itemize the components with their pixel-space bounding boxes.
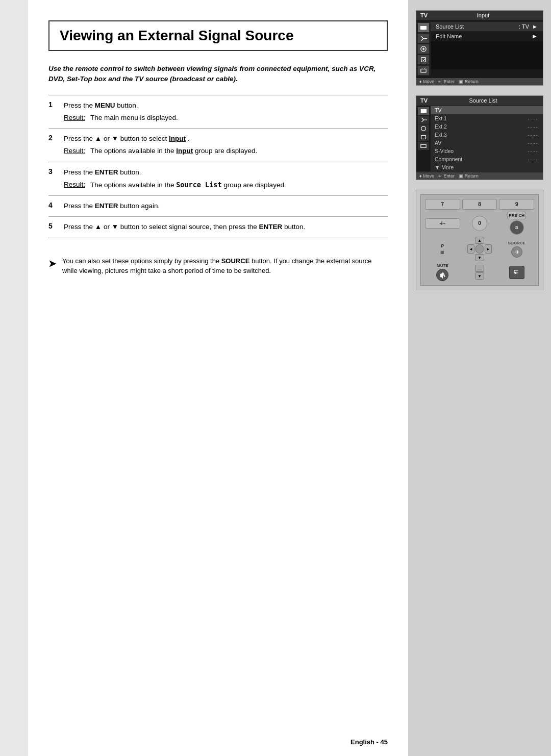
nav-plus-btn[interactable]: ▼	[475, 272, 484, 280]
remote-btn-8[interactable]: 8	[462, 199, 497, 210]
source-tv-item: TV	[431, 106, 543, 114]
step-number: 2	[48, 129, 64, 162]
source-list-screenshot: TV Source List	[416, 95, 543, 180]
note-text: You can also set these options simply by…	[62, 256, 388, 276]
intro-text: Use the remote control to switch between…	[48, 64, 388, 85]
s-icon-1	[418, 107, 429, 115]
menu-icon-2	[418, 34, 429, 43]
result-row: Result: The options available in the Sou…	[64, 180, 388, 190]
input-menu-items: Source List : TV ► Edit Name ►	[431, 22, 543, 76]
remote-btn-prech[interactable]: PRE-CH	[507, 212, 526, 219]
input-menu-title: Input	[477, 12, 489, 18]
step-number: 4	[48, 196, 64, 217]
right-sidebar: TV Input	[408, 0, 551, 756]
nav-enter-btn[interactable]	[475, 244, 484, 254]
remote-btn-s[interactable]: S	[510, 220, 524, 235]
remote-p-icon: ▦	[440, 250, 444, 255]
remote-source-btn[interactable]	[511, 246, 522, 258]
step-instruction: Press the MENU button.	[64, 100, 388, 111]
s-icon-4	[418, 133, 429, 141]
remote-nav-bottom: — ▼	[462, 265, 497, 280]
step-content: Press the ENTER button again.	[64, 196, 388, 217]
page-title: Viewing an External Signal Source	[60, 28, 377, 44]
nav-down-btn[interactable]: ▼	[475, 254, 484, 261]
tv-label: TV	[420, 97, 428, 104]
nav-right-btn[interactable]: ►	[485, 244, 492, 254]
remote-mute-btn[interactable]	[436, 269, 448, 281]
svg-rect-2	[421, 69, 426, 72]
source-ext2-item: Ext.2 ----	[431, 122, 543, 131]
table-row: 5 Press the ▲ or ▼ button to select sign…	[48, 217, 388, 238]
step-instruction: Press the ENTER button.	[64, 167, 388, 178]
remote-btn-7[interactable]: 7	[425, 199, 460, 210]
remote-row-3: P ▦ ▲ ◄ ► ▼ SOURCE	[425, 237, 534, 261]
input-menu-body: Source List : TV ► Edit Name ►	[416, 20, 543, 78]
remote-row-1: 7 8 9	[425, 199, 534, 210]
s-icon-3	[418, 124, 429, 133]
input-menu-footer: ♦ Move ↵ Enter ▣ Return	[416, 78, 543, 85]
nav-minus-btn[interactable]: —	[475, 265, 484, 272]
remote-p-label: P	[441, 243, 444, 248]
source-av-item: AV ----	[431, 139, 543, 147]
remote-btn-9[interactable]: 9	[499, 199, 534, 210]
source-ext3-item: Ext.3 ----	[431, 131, 543, 139]
source-list-footer: ♦ Move ↵ Enter ▣ Return	[416, 172, 543, 180]
result-text: The options available in the Source List…	[90, 180, 286, 190]
remote-btn-0[interactable]: 0	[472, 216, 487, 231]
input-menu-content: Source List : TV ► Edit Name ►	[416, 22, 543, 76]
menu-empty-space	[431, 41, 543, 69]
nav-up-btn[interactable]: ▲	[475, 237, 484, 244]
remote-mute-label: MUTE	[437, 263, 448, 268]
menu-icon-4	[418, 55, 429, 64]
title-box: Viewing an External Signal Source	[48, 20, 388, 51]
source-list-title: Source List	[469, 97, 497, 104]
table-row: 3 Press the ENTER button. Result: The op…	[48, 162, 388, 196]
result-text: The main menu is displayed.	[90, 113, 178, 123]
remote-row-2: -/-- 0 PRE-CH S	[425, 212, 534, 235]
step-number: 5	[48, 217, 64, 238]
remote-prech-group: PRE-CH S	[499, 212, 534, 235]
nav-left-btn[interactable]: ◄	[467, 244, 474, 254]
svg-rect-1	[421, 58, 426, 62]
result-row: Result: The options available in the Inp…	[64, 146, 388, 156]
remote-inner: 7 8 9 -/-- 0 PRE-CH S P ▦	[420, 194, 539, 286]
source-list-item: Source List : TV ►	[431, 22, 543, 31]
menu-icon-1	[418, 23, 429, 32]
s-icon-5	[418, 142, 429, 150]
left-margin	[0, 0, 28, 756]
main-content: Viewing an External Signal Source Use th…	[28, 0, 408, 756]
steps-table: 1 Press the MENU button. Result: The mai…	[48, 95, 388, 238]
remote-mute-group: MUTE	[425, 263, 460, 281]
remote-nav-cross[interactable]: ▲ ◄ ► ▼	[462, 237, 497, 261]
menu-icons	[416, 22, 431, 76]
step-content: Press the ▲ or ▼ button to select signal…	[64, 217, 388, 238]
remote-btn-dash[interactable]: -/--	[425, 218, 460, 229]
table-row: 1 Press the MENU button. Result: The mai…	[48, 95, 388, 129]
remote-row-4: MUTE — ▼	[425, 263, 534, 281]
svg-rect-4	[421, 136, 426, 139]
result-label: Result:	[64, 113, 85, 123]
step-content: Press the MENU button. Result: The main …	[64, 95, 388, 129]
footer: English - 45	[350, 738, 388, 746]
input-menu-header: TV Input	[416, 11, 543, 20]
step-instruction: Press the ▲ or ▼ button to select signal…	[64, 222, 388, 232]
source-icons	[416, 106, 431, 171]
source-list-content: TV Ext.1 ---- Ext.2 ---- Ext.3	[416, 106, 543, 171]
table-row: 2 Press the ▲ or ▼ button to select Inpu…	[48, 129, 388, 162]
remote-control-screenshot: 7 8 9 -/-- 0 PRE-CH S P ▦	[416, 190, 543, 290]
edit-name-item: Edit Name ►	[431, 31, 543, 41]
step-number: 1	[48, 95, 64, 129]
table-row: 4 Press the ENTER button again.	[48, 196, 388, 217]
nav-middle-row: ◄ ►	[467, 244, 492, 254]
source-list-items: TV Ext.1 ---- Ext.2 ---- Ext.3	[431, 106, 543, 171]
result-label: Result:	[64, 146, 85, 156]
result-label: Result:	[64, 180, 85, 190]
result-row: Result: The main menu is displayed.	[64, 113, 388, 123]
note-arrow-icon: ➤	[48, 257, 56, 276]
source-more-item: ▼ More	[431, 163, 543, 171]
source-svideo-item: S-Video ----	[431, 147, 543, 155]
remote-return-btn[interactable]	[509, 266, 524, 279]
result-text: The options available in the Input group…	[90, 146, 257, 156]
input-menu-screenshot: TV Input	[416, 10, 543, 86]
source-list-body: TV Ext.1 ---- Ext.2 ---- Ext.3	[416, 105, 543, 172]
